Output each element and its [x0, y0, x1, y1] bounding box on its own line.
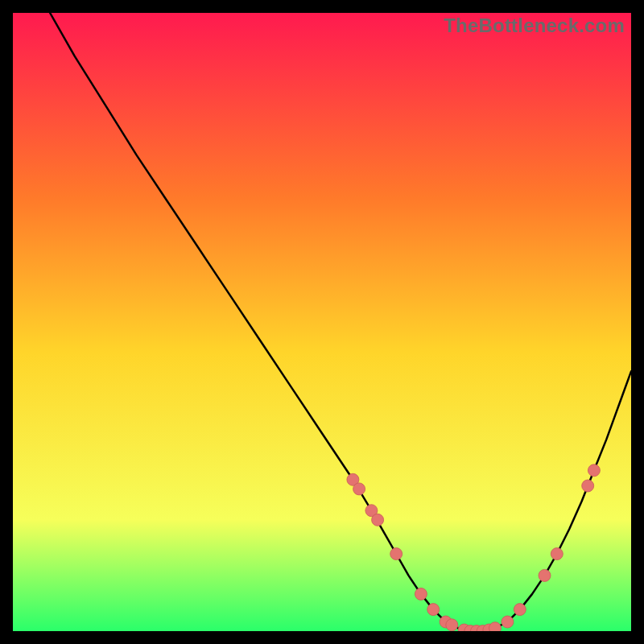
watermark-text: TheBottleneck.com: [444, 14, 625, 37]
data-marker: [427, 604, 440, 616]
data-marker: [390, 548, 402, 560]
data-marker: [446, 619, 458, 631]
data-marker: [582, 480, 594, 492]
data-marker: [514, 604, 526, 616]
data-marker: [415, 588, 427, 600]
chart-frame: TheBottleneck.com: [13, 13, 631, 631]
data-marker: [502, 616, 514, 628]
data-marker: [353, 483, 365, 495]
data-marker: [539, 569, 551, 581]
data-marker: [551, 548, 563, 560]
data-marker: [372, 514, 384, 526]
bottleneck-chart: [13, 13, 631, 631]
data-marker: [588, 464, 600, 477]
data-marker: [489, 622, 502, 631]
